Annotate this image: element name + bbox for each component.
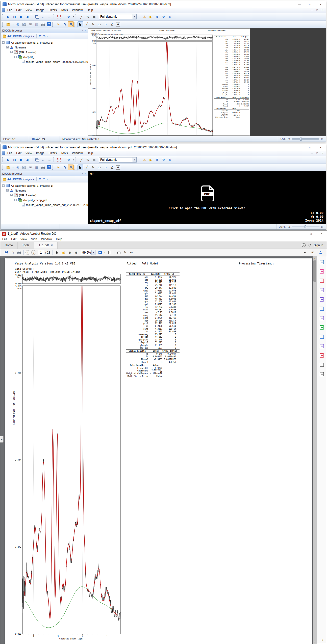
print-icon[interactable] xyxy=(40,165,46,170)
open-pdf-hint[interactable]: Click to open the PDF with external view… xyxy=(88,206,326,210)
measure-icon[interactable] xyxy=(319,362,325,368)
open-folder-icon[interactable] xyxy=(5,165,11,170)
tree-item-image[interactable]: results_vespa_inline_dicom_20200924.1625… xyxy=(2,59,88,64)
star-icon[interactable]: ☆ xyxy=(10,250,16,255)
menu-image[interactable]: Image xyxy=(34,151,46,156)
pause-icon[interactable]: ▮▮ xyxy=(12,157,17,163)
ellipse-roi-icon[interactable]: ○ xyxy=(103,21,109,27)
dropdown-caret-icon[interactable]: ▾ xyxy=(133,14,136,19)
cine-play-icon[interactable]: ▶ xyxy=(148,157,154,163)
expand-rail-icon[interactable]: ⇥ xyxy=(317,638,327,642)
menu-edit[interactable]: Edit xyxy=(9,237,18,241)
page-up-icon[interactable]: ↑ xyxy=(26,250,30,255)
combine-files-icon[interactable] xyxy=(319,306,325,312)
prev-series-icon[interactable]: ← xyxy=(40,157,46,163)
tree-item-patient[interactable]: -No name xyxy=(2,188,88,193)
panel-close-icon[interactable]: ✕ xyxy=(84,172,86,175)
zoom-level-combo[interactable]: 99.9%▾ xyxy=(81,250,95,255)
prev-series-icon[interactable]: ← xyxy=(40,14,46,20)
window-level-icon[interactable]: ☀ xyxy=(55,21,61,27)
zoom-in-icon[interactable]: ⊕ xyxy=(321,225,323,229)
tree-item-series[interactable]: -xReport_ xyxy=(2,55,88,59)
gallery-icon[interactable]: ▤ xyxy=(34,165,40,170)
dropdown-caret-icon[interactable]: ▾ xyxy=(91,250,95,255)
print-icon[interactable] xyxy=(16,250,22,255)
highlight-tool-icon[interactable]: ✎ xyxy=(122,250,128,255)
tree-expander-icon[interactable]: - xyxy=(10,194,13,196)
refresh-icon[interactable]: ⟳ xyxy=(39,177,42,181)
next-series-icon[interactable]: → xyxy=(46,157,52,163)
profile-icon[interactable] xyxy=(318,250,323,255)
titlebar[interactable]: MicroDicom viewer (64 bit) unlicensed fo… xyxy=(1,144,326,151)
panel-close-icon[interactable]: ✕ xyxy=(84,29,86,32)
zoom-slider[interactable] xyxy=(292,226,319,227)
rotate-right-icon[interactable]: ↻ xyxy=(161,14,166,20)
zoom-slider-thumb[interactable] xyxy=(305,225,306,228)
email-icon[interactable]: ✉ xyxy=(28,165,33,170)
zoom-in-tool-icon[interactable] xyxy=(62,165,67,170)
rotate-icon[interactable]: ↻ xyxy=(66,157,71,163)
sort-icon[interactable]: ⇅ xyxy=(43,34,46,38)
overlay-warning-icon[interactable]: ⚠ xyxy=(142,157,147,163)
rotate-icon[interactable]: ↻ xyxy=(66,14,71,20)
menu-edit[interactable]: Edit xyxy=(14,151,23,156)
close-icon[interactable]: ✕ xyxy=(315,1,326,8)
text-annotation-icon[interactable]: A xyxy=(116,22,120,26)
browse-image-icon[interactable] xyxy=(21,165,27,170)
tree-item-patient[interactable]: -No name xyxy=(2,45,88,50)
rotate-left-icon[interactable]: ↺ xyxy=(154,14,160,20)
tree-expander-icon[interactable]: - xyxy=(6,189,9,192)
vertical-scrollbar[interactable]: ▲ ▼ xyxy=(313,256,317,644)
maximize-icon[interactable]: □ xyxy=(305,144,315,151)
pdf-viewport[interactable]: MR PDF Click to open the PDF with extern… xyxy=(88,171,326,224)
tree-expander-icon[interactable]: - xyxy=(14,56,17,58)
fill-sign-tool-icon[interactable] xyxy=(319,343,325,349)
close-tab-icon[interactable]: ✕ xyxy=(51,244,53,247)
wl-rect-icon[interactable]: ▭ xyxy=(91,14,97,20)
sort-caret-icon[interactable]: ▾ xyxy=(47,35,48,37)
next-series-icon[interactable]: → xyxy=(46,14,52,20)
rotate-dropdown-icon[interactable]: ▾ xyxy=(72,14,75,20)
maximize-icon[interactable]: □ xyxy=(305,1,315,8)
zoom-slider-thumb[interactable] xyxy=(300,138,302,141)
tab-home[interactable]: Home xyxy=(0,242,18,249)
stop-icon[interactable]: ■ xyxy=(18,14,24,20)
overlay-warning-icon[interactable]: ⚠ xyxy=(142,14,147,20)
wl-pencil-icon[interactable]: ✎ xyxy=(85,157,91,163)
cine-play-icon[interactable]: ▶ xyxy=(148,14,154,20)
menu-view[interactable]: View xyxy=(23,151,34,156)
add-dicom-images-button[interactable]: Add DICOM images ▾ xyxy=(2,178,35,181)
mdi-restore-icon[interactable]: □ xyxy=(315,8,319,12)
menu-filters[interactable]: Filters xyxy=(46,151,59,156)
panel-pin-icon[interactable]: ▫ xyxy=(82,172,83,175)
tile-windows-icon[interactable] xyxy=(34,14,40,20)
zoom-in-icon[interactable]: ⊕ xyxy=(321,137,323,141)
scout-lines-icon[interactable] xyxy=(56,157,62,163)
sign-in-button[interactable]: Sign In xyxy=(314,244,323,247)
scroll-up-icon[interactable]: ▲ xyxy=(313,256,317,260)
rect-roi-icon[interactable]: ▭ xyxy=(96,165,102,170)
tree-item-study[interactable]: -(MR: 1 series) xyxy=(2,50,88,55)
text-annotation-icon[interactable]: A xyxy=(116,165,120,170)
refresh-icon[interactable]: ⟳ xyxy=(39,34,42,38)
open-dicomdir-icon[interactable]: ◎ xyxy=(15,165,21,170)
wl-rect-icon[interactable]: ▭ xyxy=(91,157,97,163)
rotate-right-icon[interactable]: ↻ xyxy=(161,157,166,163)
page-down-icon[interactable]: ↓ xyxy=(31,250,36,255)
window-level-combo[interactable]: Full dynamic▾ xyxy=(99,157,137,163)
tree-expander-icon[interactable]: - xyxy=(2,184,5,187)
menu-view[interactable]: View xyxy=(18,237,29,241)
create-pdf-icon[interactable] xyxy=(319,278,325,284)
add-dicom-images-button[interactable]: Add DICOM images ▾ xyxy=(2,35,35,38)
zoom-out-icon[interactable]: ⊖ xyxy=(67,250,73,255)
scroll-down-icon[interactable]: ▼ xyxy=(313,640,317,644)
mdi-minimize-icon[interactable]: — xyxy=(310,8,314,12)
nav-pane-expand-icon[interactable]: ▶ xyxy=(0,436,4,443)
organize-pages-icon[interactable] xyxy=(319,315,325,321)
pointer-tool-icon[interactable] xyxy=(78,21,83,27)
tree-item-series[interactable]: -xReport_encap_pdf xyxy=(2,198,88,202)
ellipse-roi-icon[interactable]: ○ xyxy=(103,165,109,170)
zoom-out-icon[interactable]: ⊖ xyxy=(288,137,290,141)
close-icon[interactable]: ✕ xyxy=(316,231,327,237)
view-dropdown-icon[interactable]: ▾ xyxy=(104,250,106,255)
